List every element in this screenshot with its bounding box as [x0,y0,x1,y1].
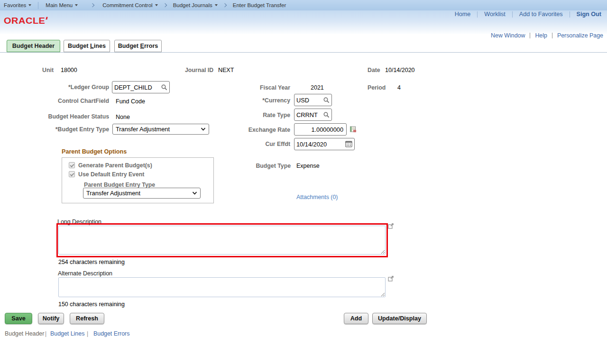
link-separator [570,11,570,18]
fiscal-year-label: Fiscal Year [228,84,290,91]
sign-out-link[interactable]: Sign Out [577,11,601,18]
link-separator [512,11,513,18]
highlight-red-box [56,223,388,257]
breadcrumb-budget-journals[interactable]: Budget Journals [173,2,218,8]
update-display-button[interactable]: Update/Display [372,313,427,324]
parent-budget-entry-type-value: Transfer Adjustment [86,190,140,197]
date-label: Date [368,67,380,73]
date-value: 10/14/2020 [385,67,415,73]
control-chartfield-value: Fund Code [116,98,145,105]
parent-budget-options-title: Parent Budget Options [62,148,127,155]
footer-budget-header-link: Budget Header [5,330,44,337]
ledger-group-input[interactable] [114,84,161,91]
journal-id-label: Journal ID [185,67,213,73]
ledger-group-label: *Ledger Group [28,84,109,91]
journal-id-value: NEXT [218,67,234,73]
budget-type-value: Expense [296,163,320,169]
period-label: Period [368,84,386,91]
breadcrumb-commitment-control[interactable]: Commitment Control [102,2,157,8]
tab-budget-errors[interactable]: Budget Errors [114,40,162,52]
alternate-description-expand-icon[interactable] [388,275,394,282]
link-separator [477,11,478,18]
currency-field[interactable] [294,94,332,106]
footer-budget-lines-link[interactable]: Budget Lines [50,330,84,337]
help-link[interactable]: Help [535,32,547,39]
budget-type-label: Budget Type [228,163,291,169]
alternate-description-remaining: 150 characters remaining [58,301,125,308]
worklist-link[interactable]: Worklist [484,11,506,18]
add-button[interactable]: Add [344,313,368,324]
period-value: 4 [397,84,401,91]
caret-down-icon [75,4,78,6]
cur-effdt-field[interactable] [294,138,355,150]
rate-type-lookup-icon[interactable] [323,112,330,118]
footer-separator: | [45,330,46,337]
home-link[interactable]: Home [455,11,471,18]
breadcrumb-favorites[interactable]: Favorites [4,2,31,8]
breadcrumb-current-page: Enter Budget Transfer [233,2,286,8]
chevron-right-icon [163,3,166,7]
breadcrumb-commitment-control-label: Commitment Control [102,2,152,8]
breadcrumb-divider [38,2,38,9]
budget-entry-type-label: *Budget Entry Type [28,126,109,133]
exchange-rate-field[interactable] [294,123,347,136]
calendar-icon[interactable] [345,141,352,147]
long-description-remaining: 254 characters remaining [58,259,125,265]
caret-down-icon [215,4,218,6]
breadcrumb-favorites-label: Favorites [4,2,26,8]
caret-down-icon [28,4,31,6]
rate-type-label: Rate Type [228,112,290,118]
ledger-group-field[interactable] [112,81,170,93]
budget-entry-type-value: Transfer Adjustment [116,126,170,133]
unit-label: Unit [28,67,54,73]
tab-budget-header[interactable]: Budget Header [7,40,60,52]
new-window-link[interactable]: New Window [491,32,525,39]
oracle-logo-mark [46,17,48,20]
exchange-rate-input[interactable] [296,126,344,133]
refresh-button[interactable]: Refresh [70,313,104,324]
parent-budget-entry-type-select[interactable]: Transfer Adjustment [83,188,201,199]
control-chartfield-label: Control ChartField [28,98,109,104]
exchange-rate-detail-icon[interactable] [349,126,357,133]
tab-budget-errors-label: Budget Errors [118,43,158,49]
budget-header-status-label: Budget Header Status [28,113,109,120]
chevron-right-icon [91,3,94,7]
oracle-logo-text: ORACLE [4,16,45,26]
notify-button[interactable]: Notify [38,313,64,324]
currency-lookup-icon[interactable] [323,97,330,103]
tab-rule [0,52,607,53]
breadcrumb-budget-journals-label: Budget Journals [173,2,212,8]
tab-budget-header-label: Budget Header [12,43,55,49]
rate-type-input[interactable] [296,111,323,118]
breadcrumb-bar: Favorites Main Menu Commitment Control B… [0,0,607,11]
add-to-favorites-link[interactable]: Add to Favorites [519,11,563,18]
footer-separator: | [87,330,88,337]
unit-value: 18000 [61,67,77,73]
chevron-down-icon [201,127,206,131]
oracle-logo: ORACLE [4,16,47,26]
exchange-rate-label: Exchange Rate [228,127,290,133]
personalize-page-link[interactable]: Personalize Page [557,32,603,39]
breadcrumb-main-menu[interactable]: Main Menu [46,2,78,8]
rate-type-field[interactable] [294,109,332,121]
alternate-description-textarea[interactable] [58,277,386,297]
generate-parent-budgets-checkbox [69,162,75,168]
cur-effdt-input[interactable] [296,141,345,148]
generate-parent-budgets-label: Generate Parent Budget(s) [78,162,152,169]
currency-input[interactable] [296,97,323,104]
long-description-expand-icon[interactable] [388,223,394,229]
breadcrumb-main-menu-label: Main Menu [46,2,73,8]
link-separator [530,33,530,38]
tab-budget-lines-label: Budget Lines [68,43,106,49]
budget-entry-type-select[interactable]: Transfer Adjustment [112,124,209,135]
currency-label: *Currency [228,97,290,104]
use-default-entry-event-checkbox [69,171,75,177]
footer-budget-errors-link[interactable]: Budget Errors [93,330,129,337]
tab-budget-lines[interactable]: Budget Lines [64,40,110,52]
budget-header-status-value: None [116,114,130,120]
attachments-link[interactable]: Attachments (0) [296,194,338,200]
save-button[interactable]: Save [5,313,32,324]
cur-effdt-label: Cur Effdt [228,141,290,147]
caret-down-icon [155,4,158,6]
ledger-group-lookup-icon[interactable] [161,84,167,91]
